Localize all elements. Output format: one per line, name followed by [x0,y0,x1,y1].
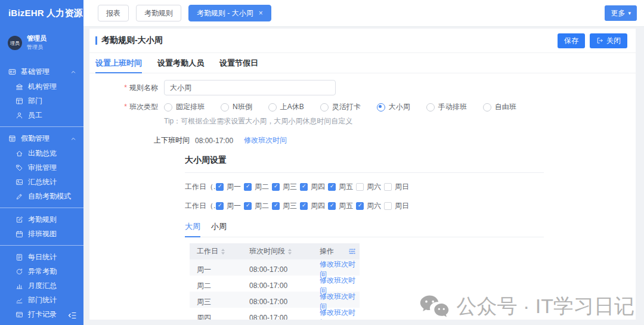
sidebar-item[interactable]: 出勤总览 [0,146,83,160]
checkbox-icon[interactable] [300,202,308,210]
checkbox-icon[interactable] [300,183,308,191]
checkbox-icon[interactable] [384,183,392,191]
checkbox-icon[interactable] [244,202,252,210]
page-header: 考勤规则-大小周 保存 关闭 [89,29,636,53]
menu-icon [16,296,23,304]
radio-icon[interactable] [164,103,172,112]
close-button[interactable]: 关闭 [590,33,627,48]
day-checkbox-item[interactable]: 周二 [244,201,272,211]
sidebar-collapse-icon[interactable] [67,311,77,320]
sidebar-item[interactable]: 部门统计 [0,293,83,307]
window-tab[interactable]: 考勤规则 - 大小周 × [188,5,271,21]
rule-name-input[interactable] [164,80,336,95]
day-cell: 周二 [197,281,249,291]
column-label: 班次时间段 [249,246,285,256]
shift-time-form: 规则名称 班次类型 固定排班 N班倒 上A休B [89,80,636,320]
time-cell: 08:00-17:00 [249,265,320,274]
table-header-cell: 工作日 [197,246,249,256]
week-size-tab[interactable]: 小周 [211,221,227,237]
cycle-settings-block: 大小周设置 工作日（... 周一 周二 [185,155,544,320]
window-tab[interactable]: 考勤规则 × [136,5,181,21]
checkbox-icon[interactable] [384,202,392,210]
sidebar-item[interactable]: 审批管理 [0,160,83,175]
table-header: 工作日 班次时间段 操作 [190,243,360,259]
checkbox-icon[interactable] [328,202,336,210]
day-checkbox-item[interactable]: 周一 [216,201,244,211]
modify-shift-time-link[interactable]: 修改班次时间 [320,308,360,320]
sidebar-item[interactable]: 部门 [0,94,83,108]
day-checkbox-item[interactable]: 周四 [300,201,328,211]
sidebar-item[interactable]: 每日统计 [0,250,83,264]
column-label: 操作 [320,246,334,256]
checkbox-icon[interactable] [216,183,224,191]
checkbox-icon[interactable] [272,202,280,210]
sidebar-item[interactable]: 机构管理 [0,79,83,94]
day-label: 周二 [255,201,269,211]
radio-icon[interactable] [426,103,435,112]
user-role: 管理员 [27,44,47,51]
sidebar-item[interactable]: 考勤规则 [0,212,83,227]
sidebar-section-basic-management[interactable]: 基础管理 [0,64,83,79]
week-size-tab[interactable]: 大周 [185,221,200,237]
sidebar-item[interactable]: 汇总统计 [0,175,83,189]
day-checkbox-item[interactable]: 周日 [384,182,412,192]
shift-type-radio[interactable]: 大小周 [377,102,410,112]
menu-icon [16,164,23,172]
radio-icon[interactable] [268,103,277,112]
day-checkbox-item[interactable]: 周二 [244,182,272,192]
radio-icon[interactable] [377,103,385,112]
window-tab[interactable]: 报表 × [98,5,129,21]
shift-type-radio[interactable]: 灵活打卡 [320,102,361,112]
table-body: 周一 08:00-17:00 修改班次时间 周二 08:00-17:00 修改班… [190,259,360,320]
day-checkbox-item[interactable]: 周四 [300,182,328,192]
shift-type-radio[interactable]: 手动排班 [426,102,467,112]
radio-icon[interactable] [221,103,229,112]
day-checkbox-item[interactable]: 周三 [272,201,300,211]
day-checkbox-item[interactable]: 周五 [328,201,356,211]
sidebar-item[interactable]: 员工 [0,108,83,122]
section-tab-label: 设置考勤人员 [157,58,204,67]
modify-shift-time-link[interactable]: 修改班次时间 [244,135,287,146]
sidebar-section-leave-management[interactable]: 假勤管理 [0,131,83,146]
day-label: 周二 [255,182,269,192]
shift-type-radio[interactable]: 自由班 [483,102,516,112]
shift-type-radio[interactable]: 固定排班 [164,102,205,112]
sidebar-item-label: 考勤规则 [28,215,57,225]
radio-icon[interactable] [483,103,491,112]
checkbox-icon[interactable] [216,202,224,210]
sidebar-item[interactable]: 自助考勤模式 [0,189,83,203]
column-filter-icon[interactable] [348,247,356,255]
sidebar-item[interactable]: 异常考勤 [0,264,83,278]
shift-type-radio[interactable]: N班倒 [221,102,252,112]
day-checkbox-item[interactable]: 周三 [272,182,300,192]
day-checkbox-item[interactable]: 周日 [384,201,412,211]
day-cell: 周一 [197,265,249,275]
checkbox-icon[interactable] [356,183,364,191]
day-label: 周五 [339,201,353,211]
day-checkbox-item[interactable]: 周六 [356,201,384,211]
checkbox-icon[interactable] [328,183,336,191]
menu-icon [16,112,23,119]
section-tab[interactable]: 设置考勤人员 [157,58,204,73]
section-tab[interactable]: 设置节假日 [219,58,258,73]
checkbox-icon[interactable] [272,183,280,191]
save-button[interactable]: 保存 [558,33,585,48]
shift-type-radio[interactable]: 上A休B [268,102,304,112]
day-checkbox-item[interactable]: 周五 [328,182,356,192]
more-button[interactable]: 更多 ▾ [605,5,637,21]
menu-icon [16,193,23,200]
day-label: 周三 [283,182,297,192]
close-icon[interactable]: × [259,10,263,17]
checkbox-icon[interactable] [356,202,364,210]
user-profile[interactable]: 理员 管理员 管理员 [8,35,83,51]
sort-icon[interactable] [221,249,225,255]
radio-icon[interactable] [320,103,329,112]
section-tab[interactable]: 设置上班时间 [95,58,142,73]
day-checkbox-item[interactable]: 周一 [216,182,244,192]
sidebar-item[interactable]: 月度汇总 [0,278,83,293]
sidebar-item[interactable]: 排班视图 [0,227,83,241]
time-cell: 08:00-17:00 [249,314,320,320]
day-checkbox-item[interactable]: 周六 [356,182,384,192]
checkbox-icon[interactable] [244,183,252,191]
sort-icon[interactable] [288,249,292,255]
